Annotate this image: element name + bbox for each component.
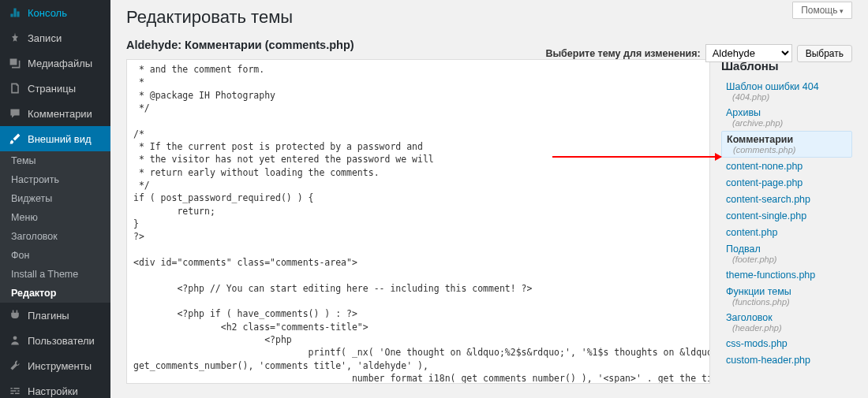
template-file[interactable]: Функции темы(functions.php) xyxy=(721,284,852,309)
sub-item-install[interactable]: Install a Theme xyxy=(0,265,110,284)
sidebar-item-label: Инструменты xyxy=(28,360,92,372)
wrench-icon xyxy=(8,359,22,373)
template-file[interactable]: Шаблон ошибки 404(404.php) xyxy=(721,79,852,104)
template-file-name: theme-functions.php xyxy=(726,270,847,281)
sidebar-item-users[interactable]: Пользователи xyxy=(0,328,110,353)
template-file-name: content.php xyxy=(726,227,847,238)
comment-icon xyxy=(8,106,22,121)
sub-item-background[interactable]: Фон xyxy=(0,246,110,265)
sidebar-item-label: Пользователи xyxy=(28,335,95,347)
theme-selector-row: Выберите тему для изменения: Aldehyde Вы… xyxy=(545,44,852,62)
brush-icon xyxy=(8,132,22,146)
select-theme-button[interactable]: Выбрать xyxy=(797,45,852,62)
template-file-name: content-none.php xyxy=(726,161,847,172)
template-file-path: (footer.php) xyxy=(732,255,847,264)
code-editor[interactable] xyxy=(127,60,709,383)
template-file-name: Подвал xyxy=(726,244,847,255)
sidebar-item-label: Настройки xyxy=(28,385,78,397)
template-file[interactable]: theme-functions.php xyxy=(721,267,852,283)
sidebar-item-label: Консоль xyxy=(28,7,67,19)
sub-item-editor[interactable]: Редактор xyxy=(0,284,110,303)
sidebar-item-appearance[interactable]: Внешний вид xyxy=(0,126,110,151)
sidebar-item-comments[interactable]: Комментарии xyxy=(0,101,110,126)
template-file[interactable]: Комментарии(comments.php) xyxy=(721,131,852,158)
code-editor-container xyxy=(126,59,710,384)
sidebar-item-media[interactable]: Медиафайлы xyxy=(0,50,110,76)
sidebar-submenu-appearance: Темы Настроить Виджеты Меню Заголовок Фо… xyxy=(0,151,110,303)
template-file-name: custom-header.php xyxy=(726,355,847,366)
template-file-path: (header.php) xyxy=(732,323,847,333)
sidebar-item-label: Записи xyxy=(28,32,62,44)
media-icon xyxy=(8,56,22,70)
sidebar-item-console[interactable]: Консоль xyxy=(0,0,110,25)
template-file[interactable]: content-single.php xyxy=(721,208,852,224)
sidebar-item-label: Страницы xyxy=(28,83,76,95)
template-file[interactable]: content.php xyxy=(721,225,852,240)
template-file-path: (functions.php) xyxy=(732,297,847,307)
sliders-icon xyxy=(8,384,22,398)
dashboard-icon xyxy=(8,6,22,20)
template-file-path: (404.php) xyxy=(732,92,847,102)
template-file-name: Заголовок xyxy=(726,312,847,323)
annotation-arrow xyxy=(552,156,721,158)
template-file[interactable]: Архивы(archive.php) xyxy=(721,105,852,130)
template-file[interactable]: Подвал(footer.php) xyxy=(721,241,852,266)
templates-panel: Шаблоны Шаблон ошибки 404(404.php)Архивы… xyxy=(721,59,852,384)
template-file-name: Архивы xyxy=(726,107,847,118)
template-file-name: content-single.php xyxy=(726,210,847,221)
pin-icon xyxy=(8,31,22,45)
template-file[interactable]: css-mods.php xyxy=(721,336,852,352)
sidebar-item-label: Плагины xyxy=(28,310,69,322)
template-file-name: Шаблон ошибки 404 xyxy=(726,81,847,92)
sidebar-item-plugins[interactable]: Плагины xyxy=(0,303,110,328)
template-file-name: css-mods.php xyxy=(726,338,847,349)
theme-select[interactable]: Aldehyde xyxy=(705,44,792,62)
sidebar-item-settings[interactable]: Настройки xyxy=(0,378,110,398)
template-file[interactable]: content-page.php xyxy=(721,175,852,191)
plugin-icon xyxy=(8,308,22,322)
sub-item-customize[interactable]: Настроить xyxy=(0,170,110,189)
template-file[interactable]: content-search.php xyxy=(721,192,852,207)
template-file-name: Функции темы xyxy=(726,286,847,297)
template-file-path: (comments.php) xyxy=(733,145,847,154)
sidebar-item-label: Комментарии xyxy=(28,108,92,120)
help-button[interactable]: Помощь xyxy=(792,2,852,19)
sub-item-themes[interactable]: Темы xyxy=(0,151,110,170)
user-icon xyxy=(8,333,22,348)
sidebar-item-label: Медиафайлы xyxy=(28,58,92,69)
sidebar-item-label: Внешний вид xyxy=(28,133,92,145)
template-file[interactable]: Заголовок(header.php) xyxy=(721,310,852,335)
template-file-name: content-search.php xyxy=(726,194,847,205)
template-file[interactable]: custom-header.php xyxy=(721,352,852,368)
template-file-path: (archive.php) xyxy=(732,118,847,128)
sub-item-widgets[interactable]: Виджеты xyxy=(0,189,110,208)
sidebar-item-pages[interactable]: Страницы xyxy=(0,76,110,101)
theme-select-label: Выберите тему для изменения: xyxy=(545,48,700,59)
sub-item-menus[interactable]: Меню xyxy=(0,208,110,227)
sidebar-item-posts[interactable]: Записи xyxy=(0,25,110,50)
template-file-name: Комментарии xyxy=(727,134,847,145)
svg-point-0 xyxy=(13,336,17,340)
sidebar-item-tools[interactable]: Инструменты xyxy=(0,353,110,378)
template-file[interactable]: content-none.php xyxy=(721,158,852,174)
main-content: Помощь Редактировать темы Aldehyde: Комм… xyxy=(110,0,868,398)
template-file-name: content-page.php xyxy=(726,177,847,188)
page-title: Редактировать темы xyxy=(126,7,852,28)
sub-item-header[interactable]: Заголовок xyxy=(0,227,110,246)
admin-sidebar: Консоль Записи Медиафайлы Страницы Комме… xyxy=(0,0,110,398)
pages-icon xyxy=(8,81,22,95)
editor-wrap: Шаблоны Шаблон ошибки 404(404.php)Архивы… xyxy=(126,59,852,384)
